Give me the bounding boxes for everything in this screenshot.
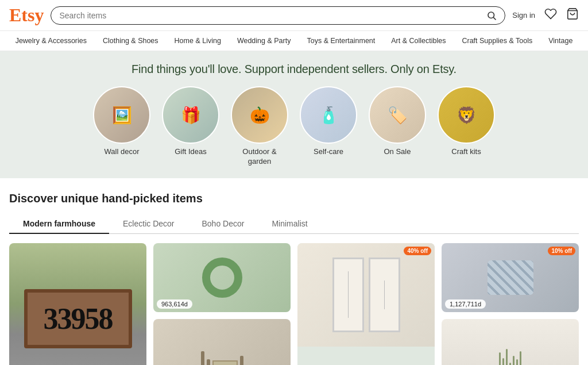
nav-item-vintage[interactable]: Vintage [540, 34, 581, 47]
nav-item-toys[interactable]: Toys & Entertainment [299, 34, 383, 47]
cart-icon[interactable] [566, 7, 579, 23]
nav-item-wedding[interactable]: Wedding & Party [229, 34, 299, 47]
search-bar [51, 6, 505, 25]
nav-item-jewelry[interactable]: Jewelry & Accessories [7, 34, 95, 47]
product-bucket[interactable]: 2,048,193d [153, 319, 291, 365]
stem-3 [506, 349, 508, 365]
craft-kits-label: Craft kits [451, 147, 481, 157]
category-outdoor-garden[interactable]: 🎃 Outdoor & garden [231, 86, 288, 167]
grass-cluster [499, 349, 521, 365]
product-botanical[interactable]: 1,442,169d [442, 319, 579, 365]
gift-ideas-image: 🎁 [162, 86, 219, 144]
product-sign[interactable]: 33958 2,481,687d [9, 243, 146, 365]
category-craft-kits[interactable]: 🦁 Craft kits [438, 86, 495, 167]
header-actions: Sign in [512, 7, 579, 23]
product-col-middle: 963,614d 2,048,193d [153, 243, 291, 365]
search-button[interactable] [486, 10, 497, 21]
stem-2 [502, 358, 504, 365]
bucket-image [153, 319, 291, 365]
sign-image: 33958 [9, 243, 146, 365]
botanical-image [442, 319, 579, 365]
outdoor-garden-image: 🎃 [231, 86, 288, 144]
tab-modern-farmhouse[interactable]: Modern farmhouse [9, 214, 109, 234]
favorites-icon[interactable] [544, 7, 557, 23]
frames-image [297, 243, 435, 347]
nav-item-craft[interactable]: Craft Supplies & Tools [454, 34, 540, 47]
wreath-circle [202, 258, 242, 298]
bucket-pot [212, 360, 238, 365]
header: Etsy Sign in [0, 0, 588, 31]
product-frames[interactable]: 231,325d 40% off [297, 243, 435, 365]
pillow-discount-badge: 10% off [548, 247, 575, 255]
category-circles: 🖼️ Wall decor 🎁 Gift Ideas 🎃 Outdoor & g… [9, 86, 579, 172]
nav-item-art[interactable]: Art & Collectibles [383, 34, 454, 47]
search-input[interactable] [59, 11, 482, 20]
gift-ideas-label: Gift Ideas [175, 147, 207, 157]
category-gift-ideas[interactable]: 🎁 Gift Ideas [162, 86, 219, 167]
frame-line-right [384, 281, 385, 309]
frames-discount-badge: 40% off [404, 247, 431, 255]
product-grid: 33958 2,481,687d 963,614d [9, 243, 579, 365]
stem-6 [516, 359, 518, 365]
wall-decor-label: Wall decor [105, 147, 140, 157]
pillow-visual [488, 260, 533, 295]
product-pillow[interactable]: 1,127,711d 10% off [442, 243, 579, 312]
frame-left [332, 258, 364, 332]
stem-5 [513, 356, 514, 365]
svg-line-1 [494, 17, 496, 20]
tabs: Modern farmhouse Eclectic Decor Boho Dec… [9, 214, 579, 234]
stem-4 [509, 363, 511, 365]
category-on-sale[interactable]: 🏷️ On Sale [369, 86, 426, 167]
bucket-stick-2 [207, 359, 210, 365]
bucket-items [201, 351, 243, 365]
nav-item-home[interactable]: Home & Living [167, 34, 229, 47]
search-icon [486, 10, 497, 21]
hero-banner: Find things you'll love. Support indepen… [0, 51, 588, 178]
stem-7 [520, 351, 521, 365]
stem-1 [499, 352, 501, 365]
tab-boho-decor[interactable]: Boho Decor [188, 214, 258, 234]
on-sale-label: On Sale [384, 147, 411, 157]
on-sale-image: 🏷️ [369, 86, 426, 144]
svg-point-0 [488, 12, 494, 18]
sign-number: 33958 [44, 302, 113, 336]
nav-bar: Jewelry & Accessories Clothing & Shoes H… [0, 31, 588, 51]
selfcare-label: Self-care [314, 147, 343, 157]
product-col-right: 1,127,711d 10% off 1,442,169d [442, 243, 579, 365]
discover-title: Discover unique hand-picked items [9, 192, 579, 205]
etsy-logo[interactable]: Etsy [9, 5, 44, 26]
outdoor-garden-label: Outdoor & garden [242, 147, 276, 167]
craft-kits-image: 🦁 [438, 86, 495, 144]
tab-eclectic-decor[interactable]: Eclectic Decor [109, 214, 188, 234]
discover-section: Discover unique hand-picked items Modern… [0, 178, 588, 365]
sign-in-link[interactable]: Sign in [512, 11, 535, 20]
frame-pair [326, 243, 407, 347]
bucket-stick-3 [240, 356, 243, 365]
wreath-price-badge: 963,614d [157, 299, 192, 309]
frame-line-left [348, 271, 349, 318]
category-wall-decor[interactable]: 🖼️ Wall decor [93, 86, 150, 167]
product-wreath[interactable]: 963,614d [153, 243, 291, 312]
nav-item-clothing[interactable]: Clothing & Shoes [95, 34, 167, 47]
sign-box: 33958 [24, 289, 132, 348]
bucket-stick-1 [201, 351, 204, 365]
pillow-price-badge: 1,127,711d [445, 299, 486, 309]
frame-right [369, 258, 400, 332]
tab-minimalist[interactable]: Minimalist [258, 214, 321, 234]
wall-decor-image: 🖼️ [93, 86, 150, 144]
hero-tagline: Find things you'll love. Support indepen… [9, 63, 579, 76]
selfcare-image: 🧴 [300, 86, 357, 144]
category-selfcare[interactable]: 🧴 Self-care [300, 86, 357, 167]
